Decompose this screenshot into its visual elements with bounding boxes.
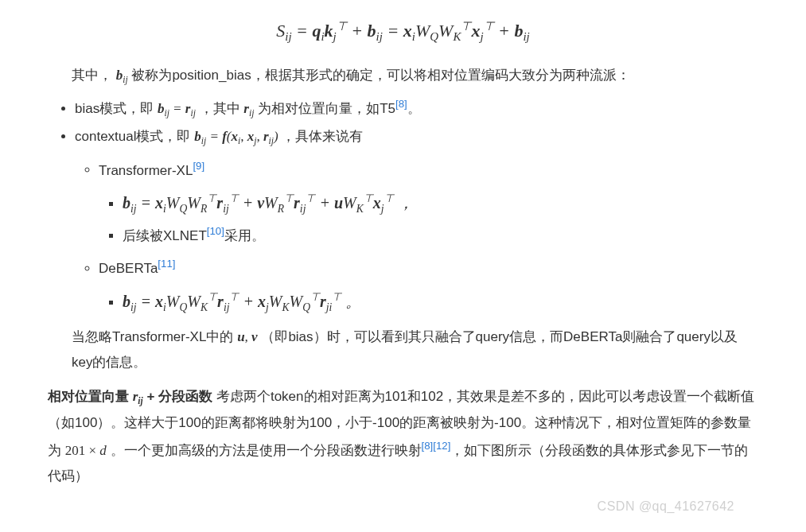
watermark-text: CSDN @qq_41627642 <box>598 495 734 518</box>
deberta-sublist: bij = xiWQWK⊤rij⊤ + xjWKWQ⊤rji⊤ 。 <box>99 286 758 318</box>
intro-pre: 其中， <box>72 68 112 83</box>
ref-9-link[interactable]: [9] <box>193 160 204 172</box>
p2-s2: + <box>147 389 155 404</box>
bias-end: 。 <box>407 101 421 116</box>
mode-list: bias模式，即 bij = rij ，其中 rij 为相对位置向量，如T5[8… <box>48 94 758 318</box>
main-equation: Sij = qikj⊤ + bij = xiWQWK⊤xj⊤ + bij <box>48 14 758 49</box>
ctx-eq: bij = f(xi, xj, rij) <box>194 129 278 144</box>
ignore-paragraph: 当忽略Transformer-XL中的 u, v （即bias）时，可以看到其只… <box>48 324 758 376</box>
deberta-equation: bij = xiWQWK⊤rij⊤ + xjWKWQ⊤rji⊤ 。 <box>123 293 361 310</box>
xlnet-post: 采用。 <box>224 228 265 243</box>
txl-equation: bij = xiWQWR⊤rij⊤ + vWR⊤rij⊤ + uWK⊤xj⊤ ， <box>123 194 414 212</box>
xlnet-pre: 后续被XLNET <box>123 228 207 243</box>
p2-r: rij <box>133 389 143 404</box>
bias-post: 为相对位置向量，如T5 <box>258 101 395 116</box>
transformer-xl-item: Transformer-XL[9] bij = xiWQWR⊤rij⊤ + vW… <box>99 156 758 250</box>
p2-s1: 相对位置向量 <box>48 389 133 404</box>
contextual-mode-item: contextual模式，即 bij = f(xi, xj, rij) ，具体来… <box>75 124 758 318</box>
bias-eq: bij = rij <box>158 101 196 116</box>
ctx-post: ，具体来说有 <box>282 129 363 144</box>
p2-body-b: 。一个更加高级的方法是使用一个分段函数进行映射 <box>111 443 422 458</box>
ctx-pre: contextual模式，即 <box>75 129 194 144</box>
intro-paragraph: 其中， bij 被称为position_bias，根据其形式的确定，可以将相对位… <box>48 63 758 89</box>
bias-r: rij <box>243 101 254 116</box>
intro-post: 被称为position_bias，根据其形式的确定，可以将相对位置编码大致分为两… <box>131 68 629 83</box>
deberta-item: DeBERTa[11] bij = xiWQWK⊤rij⊤ + xjWKWQ⊤r… <box>99 254 758 318</box>
bias-mode-item: bias模式，即 bij = rij ，其中 rij 为相对位置向量，如T5[8… <box>75 94 758 122</box>
txl-label: Transformer-XL <box>99 162 193 177</box>
p2-s3: 分段函数 <box>158 389 212 404</box>
uv-symbol: u, v <box>237 329 258 344</box>
txl-equation-item: bij = xiWQWR⊤rij⊤ + vWR⊤rij⊤ + uWK⊤xj⊤ ， <box>123 188 758 219</box>
ref-10-link[interactable]: [10] <box>207 225 224 237</box>
ref-8-link[interactable]: [8] <box>395 98 407 110</box>
ref-8b-link[interactable]: [8] <box>422 440 434 452</box>
b-ij-symbol: bij <box>116 68 128 83</box>
contextual-sublist: Transformer-XL[9] bij = xiWQWR⊤rij⊤ + vW… <box>75 156 758 319</box>
bias-mid: ，其中 <box>200 101 244 116</box>
piecewise-paragraph: 相对位置向量 rij + 分段函数 考虑两个token的相对距离为101和102… <box>48 384 758 490</box>
deberta-equation-item: bij = xiWQWK⊤rij⊤ + xjWKWQ⊤rji⊤ 。 <box>123 286 758 318</box>
ref-11-link[interactable]: [11] <box>158 258 175 270</box>
ref-12-link[interactable]: [12] <box>433 440 450 452</box>
txl-sublist: bij = xiWQWR⊤rij⊤ + vWR⊤rij⊤ + uWK⊤xj⊤ ，… <box>99 188 758 249</box>
p2-dim: 201 × d <box>65 443 107 458</box>
ignore-pre: 当忽略Transformer-XL中的 <box>72 329 237 344</box>
bias-pre: bias模式，即 <box>75 101 158 116</box>
deberta-label: DeBERTa <box>99 261 158 276</box>
xlnet-item: 后续被XLNET[10]采用。 <box>123 221 758 249</box>
